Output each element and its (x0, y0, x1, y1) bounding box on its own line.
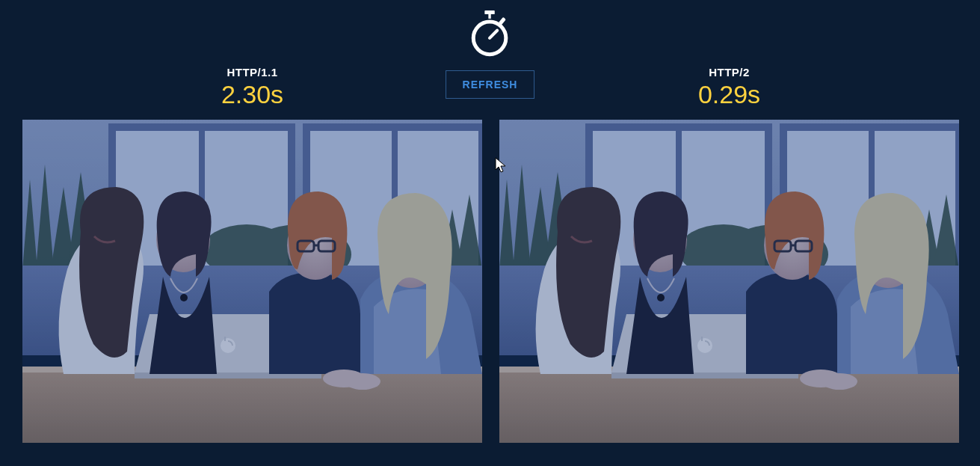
http1-label: HTTP/1.1 (22, 66, 482, 79)
svg-rect-52 (499, 120, 959, 443)
http1-time: 2.30s (22, 80, 482, 109)
http2-panel: HTTP/2 0.29s (499, 66, 959, 443)
svg-line-4 (490, 31, 498, 38)
stopwatch-icon (468, 7, 513, 60)
http2-time: 0.29s (499, 80, 959, 109)
http2-label: HTTP/2 (499, 66, 959, 79)
svg-rect-1 (489, 13, 491, 19)
http2-image (499, 120, 959, 443)
svg-rect-28 (22, 120, 482, 443)
page-root: REFRESH HTTP/1.1 2.30s (0, 0, 980, 466)
http1-panel: HTTP/1.1 2.30s (22, 66, 482, 443)
http1-image (22, 120, 482, 443)
